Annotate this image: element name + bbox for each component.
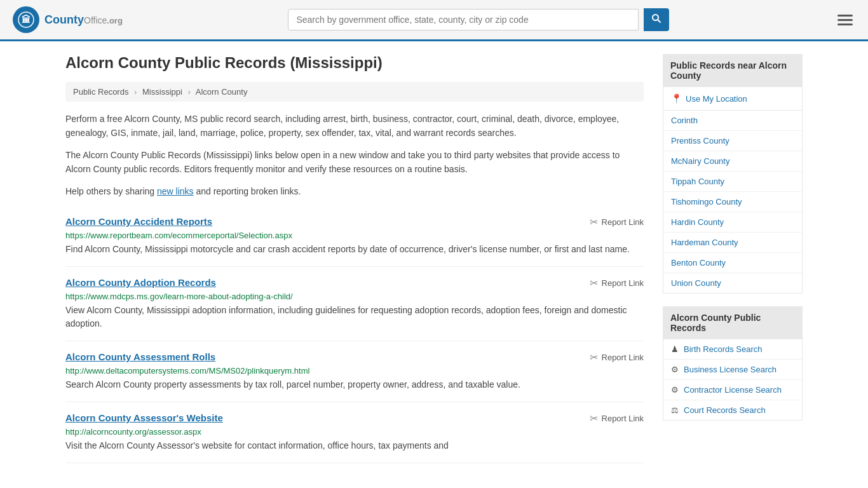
court-records-search[interactable]: ⚖ Court Records Search: [663, 400, 802, 420]
intro-paragraph-2: The Alcorn County Public Records (Missis…: [65, 148, 644, 177]
new-links-link[interactable]: new links: [157, 186, 194, 196]
nearby-benton[interactable]: Benton County: [663, 253, 802, 273]
record-entry-assessment: Alcorn County Assessment Rolls ✂ Report …: [65, 341, 644, 402]
report-icon-adoption: ✂: [590, 277, 598, 289]
record-url-adoption: https://www.mdcps.ms.gov/learn-more-abou…: [65, 292, 644, 301]
court-icon: ⚖: [671, 405, 679, 415]
gear-icon: ⚙: [671, 365, 679, 374]
record-title-adoption[interactable]: Alcorn County Adoption Records: [65, 277, 216, 288]
report-icon-assessment: ✂: [590, 351, 598, 363]
intro-paragraph-3: Help others by sharing new links and rep…: [65, 184, 644, 198]
report-link-assessor[interactable]: ✂ Report Link: [590, 412, 644, 424]
list-item: Union County: [663, 273, 802, 293]
search-input[interactable]: [288, 9, 639, 30]
record-entry-adoption: Alcorn County Adoption Records ✂ Report …: [65, 267, 644, 341]
record-entry-assessor: Alcorn County Assessor's Website ✂ Repor…: [65, 402, 644, 463]
record-url-assessor: http://alcorncounty.org/assessor.aspx: [65, 427, 644, 437]
nearby-section: Public Records near Alcorn County 📍 Use …: [663, 54, 803, 294]
nearby-prentiss[interactable]: Prentiss County: [663, 131, 802, 151]
record-title-assessment[interactable]: Alcorn County Assessment Rolls: [65, 351, 215, 362]
svg-text:🏛: 🏛: [22, 14, 31, 25]
record-desc-adoption: View Alcorn County, Mississippi adoption…: [65, 304, 644, 330]
list-item: Tippah County: [663, 172, 802, 192]
record-desc-assessor: Visit the Alcorn County Assessor's websi…: [65, 439, 644, 452]
search-bar: [288, 8, 669, 31]
report-icon-assessor: ✂: [590, 412, 598, 424]
breadcrumb-mississippi[interactable]: Mississippi: [142, 87, 182, 97]
report-link-assessment[interactable]: ✂ Report Link: [590, 351, 644, 363]
list-item: Hardeman County: [663, 233, 802, 253]
list-item: Hardin County: [663, 212, 802, 233]
record-entry-accident: Alcorn County Accident Reports ✂ Report …: [65, 206, 644, 267]
nearby-header: Public Records near Alcorn County: [663, 54, 803, 87]
record-url-accident: https://www.reportbeam.com/ecommerceport…: [65, 231, 644, 240]
use-location[interactable]: 📍 Use My Location: [663, 87, 803, 111]
report-link-accident[interactable]: ✂ Report Link: [590, 216, 644, 228]
breadcrumb-alcorn-county[interactable]: Alcorn County: [196, 87, 248, 97]
intro-paragraph-1: Perform a free Alcorn County, MS public …: [65, 112, 644, 140]
public-records-header: Alcorn County Public Records: [663, 306, 803, 339]
page-title: Alcorn County Public Records (Mississipp…: [65, 54, 644, 72]
nearby-tishomingo[interactable]: Tishomingo County: [663, 192, 802, 212]
gear-icon-2: ⚙: [671, 385, 679, 395]
logo-icon: 🏛: [13, 6, 39, 33]
nearby-list: Corinth Prentiss County McNairy County T…: [663, 111, 803, 294]
breadcrumb: Public Records › Mississippi › Alcorn Co…: [65, 82, 644, 102]
location-icon: 📍: [671, 93, 682, 104]
contractor-license-search[interactable]: ⚙ Contractor License Search: [663, 380, 802, 400]
list-item: ⚙ Business License Search: [663, 360, 802, 380]
sidebar: Public Records near Alcorn County 📍 Use …: [663, 54, 803, 463]
record-desc-accident: Find Alcorn County, Mississippi motorcyc…: [65, 243, 644, 256]
report-link-adoption[interactable]: ✂ Report Link: [590, 277, 644, 289]
nearby-hardeman[interactable]: Hardeman County: [663, 233, 802, 252]
nearby-corinth[interactable]: Corinth: [663, 111, 802, 130]
list-item: Benton County: [663, 253, 802, 273]
report-icon-accident: ✂: [590, 216, 598, 228]
nearby-union[interactable]: Union County: [663, 273, 802, 293]
logo-name: CountyOffice.org: [44, 13, 123, 27]
svg-line-3: [658, 20, 661, 23]
record-title-accident[interactable]: Alcorn County Accident Reports: [65, 216, 212, 227]
list-item: McNairy County: [663, 151, 802, 172]
list-item: Corinth: [663, 111, 802, 131]
business-license-search[interactable]: ⚙ Business License Search: [663, 360, 802, 379]
breadcrumb-public-records[interactable]: Public Records: [73, 87, 128, 97]
public-records-section: Alcorn County Public Records ♟ Birth Rec…: [663, 306, 803, 421]
logo[interactable]: 🏛 CountyOffice.org: [13, 6, 123, 33]
list-item: Prentiss County: [663, 131, 802, 151]
svg-point-2: [653, 15, 658, 20]
nearby-hardin[interactable]: Hardin County: [663, 212, 802, 232]
public-records-list: ♟ Birth Records Search ⚙ Business Licens…: [663, 339, 803, 421]
nearby-mcnairy[interactable]: McNairy County: [663, 151, 802, 171]
record-title-assessor[interactable]: Alcorn County Assessor's Website: [65, 412, 223, 423]
birth-records-search[interactable]: ♟ Birth Records Search: [663, 339, 802, 359]
record-desc-assessment: Search Alcorn County property assessment…: [65, 378, 644, 391]
list-item: ♟ Birth Records Search: [663, 339, 802, 360]
list-item: ⚙ Contractor License Search: [663, 380, 802, 400]
nearby-tippah[interactable]: Tippah County: [663, 172, 802, 191]
birth-icon: ♟: [671, 344, 679, 354]
menu-button[interactable]: [835, 12, 855, 28]
list-item: Tishomingo County: [663, 192, 802, 212]
search-button[interactable]: [644, 8, 669, 31]
record-url-assessment: http://www.deltacomputersystems.com/MS/M…: [65, 366, 644, 376]
list-item: ⚖ Court Records Search: [663, 400, 802, 420]
